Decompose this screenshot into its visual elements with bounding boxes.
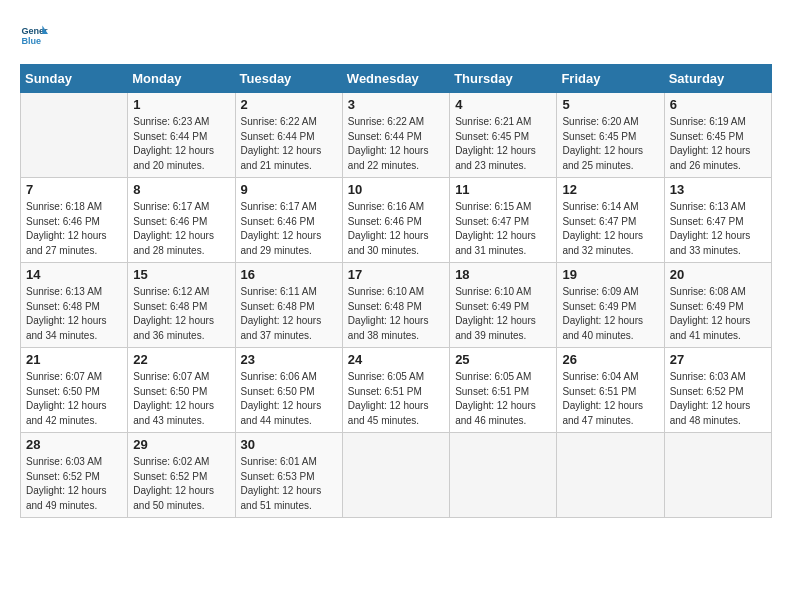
- calendar-cell: 30Sunrise: 6:01 AMSunset: 6:53 PMDayligh…: [235, 433, 342, 518]
- logo-icon: General Blue: [20, 20, 48, 48]
- calendar-cell: 3Sunrise: 6:22 AMSunset: 6:44 PMDaylight…: [342, 93, 449, 178]
- day-info: Sunrise: 6:13 AMSunset: 6:47 PMDaylight:…: [670, 200, 766, 258]
- day-number: 29: [133, 437, 229, 452]
- day-number: 26: [562, 352, 658, 367]
- day-info: Sunrise: 6:04 AMSunset: 6:51 PMDaylight:…: [562, 370, 658, 428]
- weekday-header-tuesday: Tuesday: [235, 65, 342, 93]
- day-info: Sunrise: 6:11 AMSunset: 6:48 PMDaylight:…: [241, 285, 337, 343]
- calendar-cell: 10Sunrise: 6:16 AMSunset: 6:46 PMDayligh…: [342, 178, 449, 263]
- weekday-header-wednesday: Wednesday: [342, 65, 449, 93]
- day-number: 10: [348, 182, 444, 197]
- day-info: Sunrise: 6:07 AMSunset: 6:50 PMDaylight:…: [133, 370, 229, 428]
- day-number: 9: [241, 182, 337, 197]
- calendar-cell: 4Sunrise: 6:21 AMSunset: 6:45 PMDaylight…: [450, 93, 557, 178]
- day-info: Sunrise: 6:13 AMSunset: 6:48 PMDaylight:…: [26, 285, 122, 343]
- calendar-cell: 29Sunrise: 6:02 AMSunset: 6:52 PMDayligh…: [128, 433, 235, 518]
- calendar-cell: 11Sunrise: 6:15 AMSunset: 6:47 PMDayligh…: [450, 178, 557, 263]
- day-number: 11: [455, 182, 551, 197]
- calendar-cell: 12Sunrise: 6:14 AMSunset: 6:47 PMDayligh…: [557, 178, 664, 263]
- calendar-cell: 26Sunrise: 6:04 AMSunset: 6:51 PMDayligh…: [557, 348, 664, 433]
- day-info: Sunrise: 6:03 AMSunset: 6:52 PMDaylight:…: [670, 370, 766, 428]
- calendar-cell: 9Sunrise: 6:17 AMSunset: 6:46 PMDaylight…: [235, 178, 342, 263]
- day-info: Sunrise: 6:22 AMSunset: 6:44 PMDaylight:…: [348, 115, 444, 173]
- calendar-cell: [664, 433, 771, 518]
- calendar-cell: 19Sunrise: 6:09 AMSunset: 6:49 PMDayligh…: [557, 263, 664, 348]
- day-info: Sunrise: 6:21 AMSunset: 6:45 PMDaylight:…: [455, 115, 551, 173]
- day-number: 6: [670, 97, 766, 112]
- calendar-cell: [450, 433, 557, 518]
- day-number: 5: [562, 97, 658, 112]
- day-number: 25: [455, 352, 551, 367]
- calendar-cell: 6Sunrise: 6:19 AMSunset: 6:45 PMDaylight…: [664, 93, 771, 178]
- day-number: 24: [348, 352, 444, 367]
- day-number: 27: [670, 352, 766, 367]
- calendar-cell: 25Sunrise: 6:05 AMSunset: 6:51 PMDayligh…: [450, 348, 557, 433]
- calendar-cell: 20Sunrise: 6:08 AMSunset: 6:49 PMDayligh…: [664, 263, 771, 348]
- calendar-week-row: 14Sunrise: 6:13 AMSunset: 6:48 PMDayligh…: [21, 263, 772, 348]
- calendar-week-row: 28Sunrise: 6:03 AMSunset: 6:52 PMDayligh…: [21, 433, 772, 518]
- calendar-cell: 2Sunrise: 6:22 AMSunset: 6:44 PMDaylight…: [235, 93, 342, 178]
- day-number: 20: [670, 267, 766, 282]
- day-info: Sunrise: 6:10 AMSunset: 6:49 PMDaylight:…: [455, 285, 551, 343]
- day-number: 12: [562, 182, 658, 197]
- day-info: Sunrise: 6:08 AMSunset: 6:49 PMDaylight:…: [670, 285, 766, 343]
- calendar-cell: 21Sunrise: 6:07 AMSunset: 6:50 PMDayligh…: [21, 348, 128, 433]
- day-number: 22: [133, 352, 229, 367]
- calendar-cell: 27Sunrise: 6:03 AMSunset: 6:52 PMDayligh…: [664, 348, 771, 433]
- logo: General Blue: [20, 20, 48, 48]
- day-number: 19: [562, 267, 658, 282]
- day-number: 16: [241, 267, 337, 282]
- day-info: Sunrise: 6:15 AMSunset: 6:47 PMDaylight:…: [455, 200, 551, 258]
- day-info: Sunrise: 6:17 AMSunset: 6:46 PMDaylight:…: [133, 200, 229, 258]
- day-info: Sunrise: 6:03 AMSunset: 6:52 PMDaylight:…: [26, 455, 122, 513]
- day-info: Sunrise: 6:07 AMSunset: 6:50 PMDaylight:…: [26, 370, 122, 428]
- day-number: 8: [133, 182, 229, 197]
- calendar-cell: 28Sunrise: 6:03 AMSunset: 6:52 PMDayligh…: [21, 433, 128, 518]
- day-number: 7: [26, 182, 122, 197]
- calendar-header: SundayMondayTuesdayWednesdayThursdayFrid…: [21, 65, 772, 93]
- calendar-cell: [21, 93, 128, 178]
- day-number: 15: [133, 267, 229, 282]
- day-number: 17: [348, 267, 444, 282]
- day-number: 28: [26, 437, 122, 452]
- weekday-header-saturday: Saturday: [664, 65, 771, 93]
- calendar-cell: 7Sunrise: 6:18 AMSunset: 6:46 PMDaylight…: [21, 178, 128, 263]
- calendar-week-row: 21Sunrise: 6:07 AMSunset: 6:50 PMDayligh…: [21, 348, 772, 433]
- day-info: Sunrise: 6:20 AMSunset: 6:45 PMDaylight:…: [562, 115, 658, 173]
- day-info: Sunrise: 6:18 AMSunset: 6:46 PMDaylight:…: [26, 200, 122, 258]
- day-number: 30: [241, 437, 337, 452]
- day-info: Sunrise: 6:02 AMSunset: 6:52 PMDaylight:…: [133, 455, 229, 513]
- day-number: 1: [133, 97, 229, 112]
- day-info: Sunrise: 6:16 AMSunset: 6:46 PMDaylight:…: [348, 200, 444, 258]
- calendar-body: 1Sunrise: 6:23 AMSunset: 6:44 PMDaylight…: [21, 93, 772, 518]
- calendar-cell: 16Sunrise: 6:11 AMSunset: 6:48 PMDayligh…: [235, 263, 342, 348]
- day-info: Sunrise: 6:09 AMSunset: 6:49 PMDaylight:…: [562, 285, 658, 343]
- calendar-table: SundayMondayTuesdayWednesdayThursdayFrid…: [20, 64, 772, 518]
- day-number: 13: [670, 182, 766, 197]
- calendar-cell: [557, 433, 664, 518]
- calendar-cell: 15Sunrise: 6:12 AMSunset: 6:48 PMDayligh…: [128, 263, 235, 348]
- day-info: Sunrise: 6:12 AMSunset: 6:48 PMDaylight:…: [133, 285, 229, 343]
- day-number: 4: [455, 97, 551, 112]
- svg-text:Blue: Blue: [21, 36, 41, 46]
- calendar-cell: [342, 433, 449, 518]
- day-info: Sunrise: 6:05 AMSunset: 6:51 PMDaylight:…: [348, 370, 444, 428]
- calendar-cell: 13Sunrise: 6:13 AMSunset: 6:47 PMDayligh…: [664, 178, 771, 263]
- weekday-header-sunday: Sunday: [21, 65, 128, 93]
- calendar-week-row: 7Sunrise: 6:18 AMSunset: 6:46 PMDaylight…: [21, 178, 772, 263]
- calendar-cell: 17Sunrise: 6:10 AMSunset: 6:48 PMDayligh…: [342, 263, 449, 348]
- day-info: Sunrise: 6:05 AMSunset: 6:51 PMDaylight:…: [455, 370, 551, 428]
- calendar-cell: 8Sunrise: 6:17 AMSunset: 6:46 PMDaylight…: [128, 178, 235, 263]
- calendar-cell: 14Sunrise: 6:13 AMSunset: 6:48 PMDayligh…: [21, 263, 128, 348]
- day-info: Sunrise: 6:14 AMSunset: 6:47 PMDaylight:…: [562, 200, 658, 258]
- calendar-cell: 23Sunrise: 6:06 AMSunset: 6:50 PMDayligh…: [235, 348, 342, 433]
- day-number: 18: [455, 267, 551, 282]
- day-info: Sunrise: 6:10 AMSunset: 6:48 PMDaylight:…: [348, 285, 444, 343]
- day-info: Sunrise: 6:17 AMSunset: 6:46 PMDaylight:…: [241, 200, 337, 258]
- weekday-header-friday: Friday: [557, 65, 664, 93]
- weekday-header-thursday: Thursday: [450, 65, 557, 93]
- day-number: 14: [26, 267, 122, 282]
- day-info: Sunrise: 6:06 AMSunset: 6:50 PMDaylight:…: [241, 370, 337, 428]
- calendar-cell: 24Sunrise: 6:05 AMSunset: 6:51 PMDayligh…: [342, 348, 449, 433]
- day-info: Sunrise: 6:19 AMSunset: 6:45 PMDaylight:…: [670, 115, 766, 173]
